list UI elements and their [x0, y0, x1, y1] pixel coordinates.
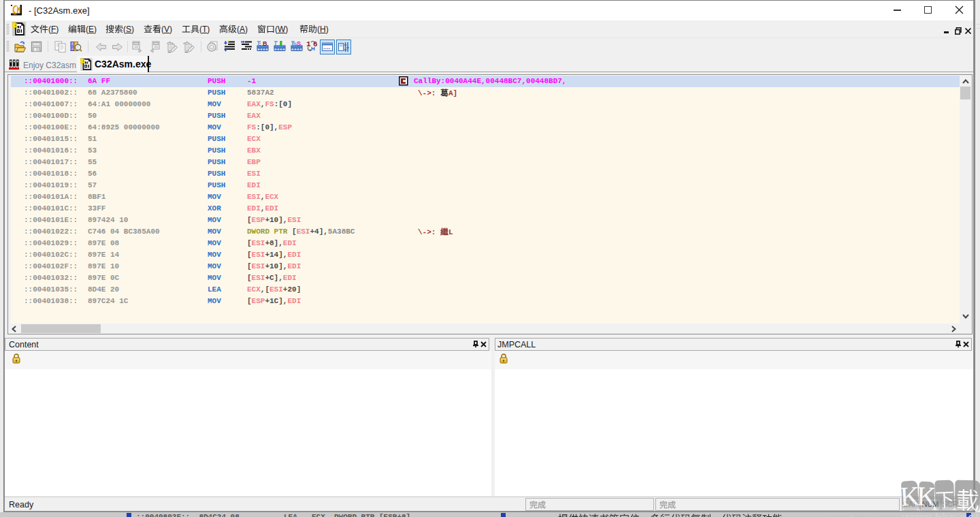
svg-text::: : — [259, 41, 261, 47]
svg-text:1: 1 — [306, 40, 311, 48]
svg-text:B: B — [263, 40, 267, 47]
svg-text:l: l — [280, 40, 282, 47]
svg-text:S: S — [297, 40, 301, 47]
svg-text:H: H — [311, 46, 315, 52]
